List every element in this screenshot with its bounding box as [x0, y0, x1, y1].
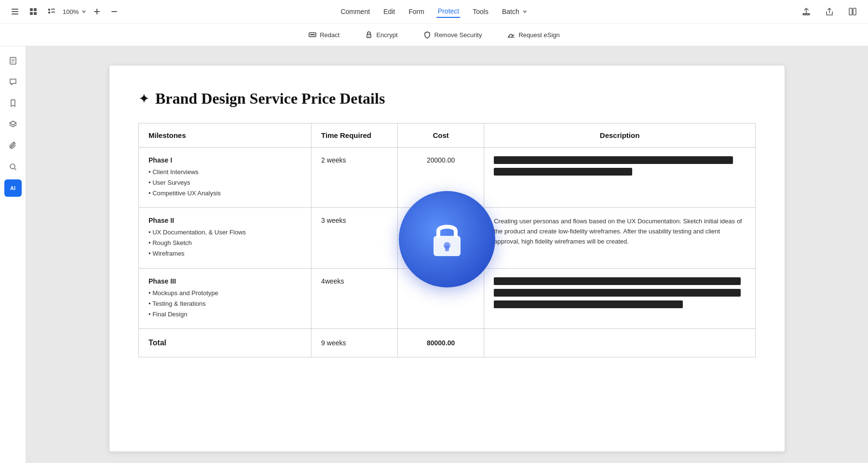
nav-form[interactable]: Form: [407, 6, 425, 17]
upload-button[interactable]: [799, 5, 814, 18]
table-row-total: Total 9 weeks 80000.00: [139, 328, 756, 357]
phase3-items: • Mockups and Prototype • Testing & Iter…: [149, 288, 301, 320]
redacted-block: [494, 277, 740, 285]
redact-label: Redact: [320, 31, 339, 39]
remove-security-button[interactable]: Remove Security: [418, 27, 487, 42]
sidebar-search-icon[interactable]: [4, 158, 22, 176]
svg-rect-8: [51, 9, 55, 10]
encrypt-button[interactable]: Encrypt: [360, 27, 402, 42]
lock-icon: [425, 218, 469, 261]
phase1-item1: • Client Interviews: [149, 167, 301, 177]
share-button[interactable]: [822, 5, 837, 18]
svg-rect-7: [48, 9, 50, 11]
sidebar-comment-icon[interactable]: [4, 73, 22, 91]
sidebar-ai-icon[interactable]: AI: [4, 179, 22, 197]
redact-button[interactable]: Redact: [303, 27, 344, 42]
phase3-item2: • Testing & Iterations: [149, 299, 301, 309]
total-cost: 80000.00: [398, 328, 484, 357]
encrypt-label: Encrypt: [376, 31, 397, 39]
svg-rect-1: [12, 11, 18, 12]
title-star-icon: ✦: [138, 91, 149, 107]
col-header-cost: Cost: [398, 123, 484, 148]
redacted-block: [494, 300, 682, 308]
svg-rect-4: [34, 8, 37, 11]
phase1-item3: • Competitive UX Analysis: [149, 188, 301, 199]
phase3-time: 4weeks: [312, 268, 398, 328]
document-title: Brand Design Service Price Details: [155, 90, 385, 108]
phase1-item2: • User Surveys: [149, 177, 301, 188]
phase3-description: [484, 268, 756, 328]
phase2-description: Creating user personas and flows based o…: [484, 208, 756, 268]
zoom-out-button[interactable]: [108, 6, 121, 17]
phase1-description: [484, 148, 756, 208]
svg-rect-0: [12, 9, 18, 10]
request-esign-button[interactable]: Request eSign: [502, 27, 564, 42]
col-header-description: Description: [484, 123, 756, 148]
svg-rect-2: [12, 14, 18, 14]
toolbar-left: 100%: [8, 5, 121, 18]
main-layout: AI ✦ Brand Design Service Price Details: [0, 46, 868, 463]
nav-tools[interactable]: Tools: [472, 6, 489, 17]
phase3-name: Phase III: [149, 277, 301, 285]
total-label: Total: [149, 339, 166, 347]
nav-menu: Comment Edit Form Protect Tools Batch: [339, 5, 528, 18]
phase3-milestones: Phase III • Mockups and Prototype • Test…: [139, 268, 312, 328]
remove-security-label: Remove Security: [434, 31, 482, 39]
redacted-block: [494, 156, 733, 164]
redacted-block: [494, 168, 632, 176]
sidebar-bookmark-icon[interactable]: [4, 95, 22, 112]
phase2-item1: • UX Documentation, & User Flows: [149, 227, 301, 238]
total-description: [484, 328, 756, 357]
sidebar-attachment-icon[interactable]: [4, 137, 22, 154]
view-mode-button[interactable]: [845, 5, 860, 18]
toolbar-row1: 100% Comment Edit Form Protect Tools Bat…: [0, 0, 868, 23]
total-cost-value: 80000.00: [427, 339, 455, 347]
protect-subtoolbar: Redact Encrypt Remove Security Request e…: [0, 23, 868, 46]
svg-point-16: [368, 36, 369, 37]
col-header-time: Time Required: [312, 123, 398, 148]
zoom-control: 100%: [63, 8, 86, 15]
phase2-name: Phase II: [149, 217, 301, 224]
zoom-in-button[interactable]: [90, 6, 104, 17]
svg-rect-12: [849, 8, 852, 15]
list-view-button[interactable]: [44, 5, 59, 18]
toolbar-right-actions: [799, 5, 860, 18]
svg-rect-5: [30, 12, 33, 15]
svg-rect-13: [853, 8, 856, 15]
svg-rect-3: [30, 8, 33, 11]
content-area: ✦ Brand Design Service Price Details Mil…: [26, 46, 868, 463]
phase2-item2: • Rough Sketch: [149, 238, 301, 248]
left-sidebar: AI: [0, 46, 26, 463]
phase1-time: 2 weeks: [312, 148, 398, 208]
nav-protect[interactable]: Protect: [437, 5, 460, 18]
svg-rect-6: [34, 12, 37, 15]
phase1-milestones: Phase I • Client Interviews • User Surve…: [139, 148, 312, 208]
phase2-description-text: Creating user personas and flows based o…: [494, 218, 742, 245]
sidebar-layers-icon[interactable]: [4, 116, 22, 133]
nav-comment[interactable]: Comment: [339, 6, 371, 17]
total-label-cell: Total: [139, 328, 312, 357]
total-time: 9 weeks: [312, 328, 398, 357]
nav-edit[interactable]: Edit: [382, 6, 396, 17]
zoom-value: 100%: [63, 8, 79, 15]
phase1-name: Phase I: [149, 156, 301, 164]
svg-rect-10: [51, 12, 55, 13]
sidebar-page-icon[interactable]: [4, 52, 22, 69]
grid-view-button[interactable]: [26, 5, 41, 18]
phase2-item3: • Wireframes: [149, 248, 301, 259]
svg-rect-9: [48, 12, 50, 14]
phase2-milestones: Phase II • UX Documentation, & User Flow…: [139, 208, 312, 268]
phase3-item1: • Mockups and Prototype: [149, 288, 301, 299]
phase3-item3: • Final Design: [149, 309, 301, 320]
ai-label: AI: [10, 185, 15, 191]
document-title-row: ✦ Brand Design Service Price Details: [138, 90, 756, 108]
top-toolbar: 100% Comment Edit Form Protect Tools Bat…: [0, 0, 868, 46]
phase2-items: • UX Documentation, & User Flows • Rough…: [149, 227, 301, 259]
nav-batch[interactable]: Batch: [501, 6, 529, 17]
phase2-time: 3 weeks: [312, 208, 398, 268]
sidebar-toggle-button[interactable]: [8, 5, 22, 18]
svg-rect-21: [445, 245, 449, 251]
col-header-milestones: Milestones: [139, 123, 312, 148]
request-esign-label: Request eSign: [518, 31, 559, 39]
lock-overlay: [399, 191, 495, 287]
